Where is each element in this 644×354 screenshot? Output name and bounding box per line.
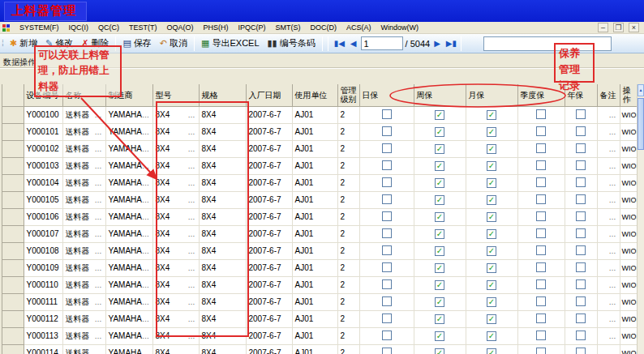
prev-page-icon[interactable]: ◀ xyxy=(349,39,358,48)
cell-op[interactable]: WIOS xyxy=(620,157,637,174)
menu-smt[interactable]: SMT(S) xyxy=(271,23,306,32)
menu-oqa[interactable]: OQA(O) xyxy=(162,23,199,32)
name-lookup-button[interactable]: … xyxy=(95,179,103,187)
last-page-icon[interactable]: ▶▮ xyxy=(444,39,458,48)
weekly-checkbox[interactable]: ✓ xyxy=(435,246,444,256)
barcode-button[interactable]: ▮▮编号条码 xyxy=(264,36,320,51)
table-row[interactable]: Y000108 送料器… YAMAHA… 8X4… 8X4 2007-6-7 A… xyxy=(2,242,637,259)
monthly-checkbox[interactable]: ✓ xyxy=(487,161,496,171)
yearly-checkbox[interactable] xyxy=(576,262,586,272)
row-selector[interactable] xyxy=(2,276,24,293)
daily-checkbox[interactable] xyxy=(382,262,392,272)
weekly-checkbox[interactable]: ✓ xyxy=(435,229,444,239)
yearly-checkbox[interactable] xyxy=(576,296,586,306)
name-lookup-button[interactable]: … xyxy=(95,213,103,221)
weekly-checkbox[interactable]: ✓ xyxy=(435,144,444,154)
daily-checkbox[interactable] xyxy=(382,143,392,153)
daily-checkbox[interactable] xyxy=(382,160,392,170)
restore-button[interactable]: ❐ xyxy=(613,23,624,32)
remark-button[interactable]: … xyxy=(609,315,617,323)
row-selector[interactable] xyxy=(2,174,24,191)
yearly-checkbox[interactable] xyxy=(576,228,586,238)
header-daily[interactable]: 日保 xyxy=(359,84,414,106)
remark-button[interactable]: … xyxy=(609,281,617,289)
menu-qc[interactable]: QC(C) xyxy=(93,23,124,32)
table-row[interactable]: Y000114 送料器… YAMAHA… 8X4… 8X4 2007-6-7 A… xyxy=(2,344,637,354)
table-row[interactable]: Y000103 送料器… YAMAHA… 8X4… 8X4 2007-6-7 A… xyxy=(2,157,637,174)
row-selector[interactable] xyxy=(2,157,24,174)
model-lookup-button[interactable]: … xyxy=(188,349,196,354)
quarterly-checkbox[interactable] xyxy=(536,143,546,153)
quarterly-checkbox[interactable] xyxy=(536,279,546,289)
monthly-checkbox[interactable]: ✓ xyxy=(487,297,496,307)
scroll-up-icon[interactable]: ▲ xyxy=(638,84,644,96)
weekly-checkbox[interactable]: ✓ xyxy=(435,195,444,205)
maker-lookup-button[interactable]: … xyxy=(142,332,150,340)
remark-button[interactable]: … xyxy=(609,247,617,255)
menu-acs[interactable]: ACS(A) xyxy=(341,23,376,32)
maker-lookup-button[interactable]: … xyxy=(142,196,150,204)
weekly-checkbox[interactable]: ✓ xyxy=(435,161,444,171)
row-selector[interactable] xyxy=(2,310,24,327)
daily-checkbox[interactable] xyxy=(382,348,392,354)
name-lookup-button[interactable]: … xyxy=(95,145,103,153)
menu-doc[interactable]: DOC(D) xyxy=(306,23,342,32)
daily-checkbox[interactable] xyxy=(382,245,392,255)
header-operation[interactable]: 操作 xyxy=(620,84,637,106)
table-row[interactable]: Y000101 送料器… YAMAHA… 8X4… 8X4 2007-6-7 A… xyxy=(2,123,637,140)
row-selector[interactable] xyxy=(2,293,24,310)
cell-op[interactable]: WIOS xyxy=(620,123,637,140)
maker-lookup-button[interactable]: … xyxy=(142,128,150,136)
first-page-icon[interactable]: ▮◀ xyxy=(333,39,346,48)
remark-button[interactable]: … xyxy=(609,196,617,204)
table-row[interactable]: Y000102 送料器… YAMAHA… 8X4… 8X4 2007-6-7 A… xyxy=(2,140,637,157)
table-row[interactable]: Y000100 送料器… YAMAHA… 8X4… 8X4 2007-6-7 A… xyxy=(2,106,637,123)
cell-op[interactable]: WIOS xyxy=(620,191,637,208)
remark-button[interactable]: … xyxy=(609,162,617,170)
monthly-checkbox[interactable]: ✓ xyxy=(487,212,496,222)
row-selector[interactable] xyxy=(2,140,24,157)
save-button[interactable]: ▤保存 xyxy=(118,36,155,51)
table-row[interactable]: Y000104 送料器… YAMAHA… 8X4… 8X4 2007-6-7 A… xyxy=(2,174,637,191)
yearly-checkbox[interactable] xyxy=(576,211,586,221)
row-selector[interactable] xyxy=(2,191,24,208)
name-lookup-button[interactable]: … xyxy=(95,247,103,255)
remark-button[interactable]: … xyxy=(609,213,617,221)
quarterly-checkbox[interactable] xyxy=(536,177,546,187)
maker-lookup-button[interactable]: … xyxy=(142,264,150,272)
weekly-checkbox[interactable]: ✓ xyxy=(435,110,444,120)
maker-lookup-button[interactable]: … xyxy=(142,247,150,255)
cell-op[interactable]: WIOS xyxy=(620,174,637,191)
cell-op[interactable]: WIOS xyxy=(620,106,637,123)
weekly-checkbox[interactable]: ✓ xyxy=(435,178,444,188)
row-selector[interactable] xyxy=(2,344,24,354)
menu-ipqc[interactable]: IPQC(P) xyxy=(234,23,271,32)
page-number-input[interactable] xyxy=(361,36,403,50)
daily-checkbox[interactable] xyxy=(382,296,392,306)
yearly-checkbox[interactable] xyxy=(576,313,586,323)
weekly-checkbox[interactable]: ✓ xyxy=(435,127,444,137)
yearly-checkbox[interactable] xyxy=(576,109,586,119)
menu-phs[interactable]: PHS(H) xyxy=(199,23,234,32)
monthly-checkbox[interactable]: ✓ xyxy=(487,263,496,273)
remark-button[interactable]: … xyxy=(609,128,617,136)
remark-button[interactable]: … xyxy=(609,264,617,272)
name-lookup-button[interactable]: … xyxy=(95,111,103,119)
yearly-checkbox[interactable] xyxy=(576,194,586,204)
row-selector[interactable] xyxy=(2,242,24,259)
quarterly-checkbox[interactable] xyxy=(536,126,546,136)
weekly-checkbox[interactable]: ✓ xyxy=(435,212,444,222)
weekly-checkbox[interactable]: ✓ xyxy=(435,263,444,273)
quarterly-checkbox[interactable] xyxy=(536,296,546,306)
name-lookup-button[interactable]: … xyxy=(95,162,103,170)
header-manage-level[interactable]: 管理级别 xyxy=(337,84,359,106)
daily-checkbox[interactable] xyxy=(382,194,392,204)
row-selector[interactable] xyxy=(2,106,24,123)
daily-checkbox[interactable] xyxy=(382,279,392,289)
cell-op[interactable]: WIOS xyxy=(620,276,637,293)
name-lookup-button[interactable]: … xyxy=(95,264,103,272)
cell-op[interactable]: WIOS xyxy=(620,293,637,310)
quarterly-checkbox[interactable] xyxy=(536,194,546,204)
daily-checkbox[interactable] xyxy=(382,126,392,136)
quarterly-checkbox[interactable] xyxy=(536,160,546,170)
